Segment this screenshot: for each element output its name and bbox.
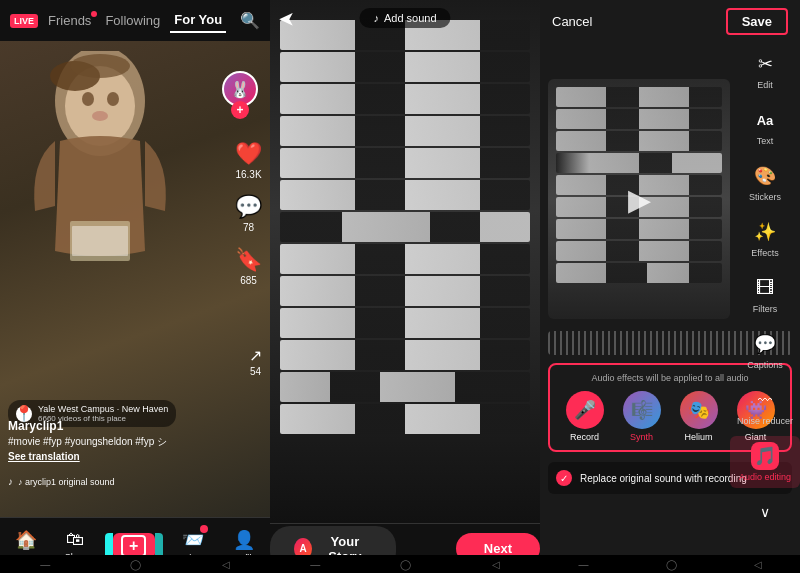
nav-foryou-item[interactable]: For You: [170, 8, 226, 33]
piano-background: [270, 0, 540, 523]
text-tool[interactable]: Aa Text: [730, 100, 800, 152]
right-android-nav: — ◯ ◁: [540, 555, 800, 573]
svg-point-6: [70, 54, 130, 78]
play-button[interactable]: ▶: [628, 182, 651, 217]
helium-effect[interactable]: 🎭 Helium: [680, 391, 718, 442]
synth-effect-icon: 🎼: [623, 391, 661, 429]
piano-video-area: ♪ Add sound ➤: [270, 0, 540, 523]
nav-friends-item[interactable]: Friends: [44, 9, 95, 32]
more-tools[interactable]: ∨: [730, 492, 800, 532]
see-translation-link[interactable]: See translation: [8, 451, 220, 462]
audio-editing-tool[interactable]: 🎵 Audio editing: [730, 436, 800, 488]
captions-tool[interactable]: 💬 Captions: [730, 324, 800, 376]
tools-sidebar: ✂ Edit Aa Text 🎨 Stickers ✨ Effects 🎞 Fi…: [730, 36, 800, 540]
bookmark-button[interactable]: 🔖 685: [235, 247, 262, 286]
replace-sound-checkbox[interactable]: ✓: [556, 470, 572, 486]
search-icon[interactable]: 🔍: [240, 11, 260, 30]
svg-point-4: [92, 111, 108, 121]
edit-tool[interactable]: ✂ Edit: [730, 44, 800, 96]
video-thumbnail: [20, 51, 180, 321]
video-caption: Maryclip1 #movie #fyp #youngsheldon #fyp…: [8, 419, 220, 462]
creator-avatar-area: 🐰 +: [222, 71, 258, 119]
helium-effect-icon: 🎭: [680, 391, 718, 429]
preview-area: ▶: [548, 79, 730, 319]
share-button[interactable]: ↗ 54: [249, 345, 262, 377]
add-sound-button[interactable]: ♪ Add sound: [359, 8, 450, 28]
nav-following-item[interactable]: Following: [101, 9, 164, 32]
middle-panel: ♪ Add sound ➤ A Your Story Next: [270, 0, 540, 573]
effects-tool[interactable]: ✨ Effects: [730, 212, 800, 264]
noise-reducer-tool[interactable]: 〰 Noise reducer: [730, 380, 800, 432]
comment-button[interactable]: 💬 78: [235, 194, 262, 233]
right-panel: Cancel Save ✂ Edit Aa Text 🎨 Stickers ✨ …: [540, 0, 800, 573]
right-actions: ❤️ 16.3K 💬 78 🔖 685: [235, 141, 262, 286]
top-nav: LIVE Friends Following For You 🔍: [0, 0, 270, 41]
synth-effect[interactable]: 🎼 Synth: [623, 391, 661, 442]
like-button[interactable]: ❤️ 16.3K: [235, 141, 262, 180]
left-android-nav: — ◯ ◁: [0, 555, 270, 573]
left-panel: LIVE Friends Following For You 🔍: [0, 0, 270, 573]
stickers-tool[interactable]: 🎨 Stickers: [730, 156, 800, 208]
video-background: 🐰 + ❤️ 16.3K 💬 78 🔖 685 ↗ 54: [0, 41, 270, 517]
cancel-button[interactable]: Cancel: [552, 14, 592, 29]
svg-point-3: [107, 92, 119, 106]
record-effect[interactable]: 🎤 Record: [566, 391, 604, 442]
sound-bar[interactable]: ♪ ♪ aryclip1 original sound: [8, 476, 115, 487]
filters-tool[interactable]: 🎞 Filters: [730, 268, 800, 320]
save-button[interactable]: Save: [726, 8, 788, 35]
mid-android-nav: — ◯ ◁: [270, 555, 540, 573]
back-arrow-icon[interactable]: ➤: [278, 8, 295, 32]
follow-button[interactable]: +: [231, 101, 249, 119]
record-effect-icon: 🎤: [566, 391, 604, 429]
svg-rect-8: [72, 226, 128, 256]
live-badge[interactable]: LIVE: [10, 14, 38, 28]
svg-point-2: [82, 92, 94, 106]
video-area: 🐰 + ❤️ 16.3K 💬 78 🔖 685 ↗ 54: [0, 41, 270, 517]
